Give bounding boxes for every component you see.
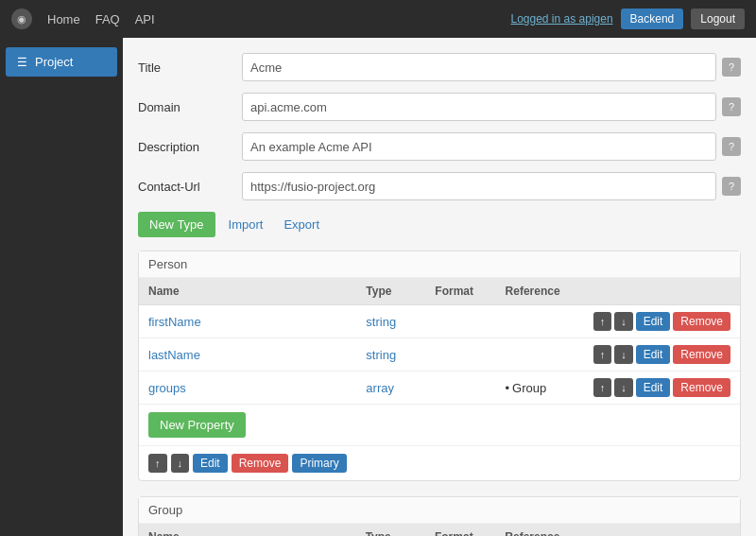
person-table: Name Type Format Reference firstName str…: [139, 278, 740, 405]
group-section-title: Group: [139, 497, 740, 524]
prop-name: firstName: [139, 305, 356, 338]
person-bottom-down[interactable]: ↓: [171, 454, 190, 473]
down-button[interactable]: ↓: [614, 312, 633, 331]
username: apigen: [579, 12, 613, 26]
action-row: New Type Import Export: [138, 212, 741, 237]
edit-button[interactable]: Edit: [636, 312, 671, 331]
contact-url-help-button[interactable]: ?: [722, 177, 741, 196]
group-table: Name Type Format Reference name string ↑…: [139, 524, 740, 536]
group-col-type: Type: [356, 524, 425, 536]
edit-button[interactable]: Edit: [636, 378, 671, 397]
description-label: Description: [138, 140, 242, 154]
sidebar-item-label: Project: [35, 55, 73, 69]
navbar-right: Logged in as apigen Backend Logout: [510, 9, 745, 29]
edit-button[interactable]: Edit: [636, 345, 671, 364]
remove-button[interactable]: Remove: [673, 312, 730, 331]
prop-type: array: [356, 372, 425, 405]
group-col-actions: [584, 524, 740, 536]
table-row: firstName string ↑ ↓ Edit Remove: [139, 305, 740, 338]
layout: ☰ Project Title ? Domain ? Description ?…: [0, 38, 756, 536]
nav-api[interactable]: API: [135, 12, 155, 26]
table-row: lastName string ↑ ↓ Edit Remove: [139, 338, 740, 372]
person-col-name: Name: [139, 278, 356, 305]
person-col-format: Format: [425, 278, 495, 305]
ref-dot: •: [506, 381, 510, 395]
prop-actions: ↑ ↓ Edit Remove: [584, 338, 740, 372]
up-button[interactable]: ↑: [593, 345, 612, 364]
prop-reference: • Group: [496, 372, 584, 405]
description-input[interactable]: [242, 132, 716, 161]
export-button[interactable]: Export: [276, 212, 327, 237]
sidebar-item-project[interactable]: ☰ Project: [6, 47, 117, 77]
prop-name: groups: [139, 372, 356, 405]
backend-button[interactable]: Backend: [621, 9, 684, 29]
form-group-domain: Domain ?: [138, 93, 741, 121]
navbar-logo: ◉: [11, 9, 32, 29]
logo-icon: ◉: [11, 9, 32, 29]
up-button[interactable]: ↑: [593, 312, 612, 331]
person-section-title: Person: [139, 251, 740, 278]
person-section: Person Name Type Format Reference firstN…: [138, 251, 741, 481]
table-row: groups array • Group ↑ ↓ Edit Remove: [139, 372, 740, 405]
logged-in-text: Logged in as apigen: [510, 12, 612, 26]
title-label: Title: [138, 61, 242, 75]
person-bottom-edit[interactable]: Edit: [193, 454, 228, 473]
nav-home[interactable]: Home: [47, 12, 80, 26]
group-col-name: Name: [139, 524, 356, 536]
navbar: ◉ Home FAQ API Logged in as apigen Backe…: [0, 0, 756, 38]
prop-format: [425, 338, 495, 372]
group-col-format: Format: [425, 524, 495, 536]
person-bottom-actions: ↑ ↓ Edit Remove Primary: [139, 445, 740, 480]
person-bottom-up[interactable]: ↑: [148, 454, 167, 473]
main-content: Title ? Domain ? Description ? Contact-U…: [123, 38, 756, 536]
group-table-header: Name Type Format Reference: [139, 524, 740, 536]
title-input[interactable]: [242, 53, 716, 81]
person-bottom-primary[interactable]: Primary: [292, 454, 346, 473]
remove-button[interactable]: Remove: [673, 378, 730, 397]
prop-reference: [496, 305, 584, 338]
contact-url-input[interactable]: [242, 172, 716, 200]
sidebar: ☰ Project: [0, 38, 123, 536]
group-section: Group Name Type Format Reference name st…: [138, 496, 741, 536]
description-help-button[interactable]: ?: [722, 137, 741, 156]
person-col-reference: Reference: [496, 278, 584, 305]
up-button[interactable]: ↑: [593, 378, 612, 397]
prop-reference: [496, 338, 584, 372]
remove-button[interactable]: Remove: [673, 345, 730, 364]
down-button[interactable]: ↓: [614, 378, 633, 397]
logout-button[interactable]: Logout: [691, 9, 745, 29]
navbar-left: ◉ Home FAQ API: [11, 9, 155, 29]
form-group-title: Title ?: [138, 53, 741, 81]
form-group-description: Description ?: [138, 132, 741, 161]
new-type-button[interactable]: New Type: [138, 212, 215, 237]
prop-actions: ↑ ↓ Edit Remove: [584, 372, 740, 405]
domain-input[interactable]: [242, 93, 716, 121]
new-property-button-person[interactable]: New Property: [148, 412, 246, 438]
title-help-button[interactable]: ?: [722, 58, 741, 77]
project-icon: ☰: [17, 56, 27, 69]
domain-help-button[interactable]: ?: [722, 97, 741, 116]
prop-actions: ↑ ↓ Edit Remove: [584, 305, 740, 338]
reference-badge: • Group: [506, 381, 575, 395]
person-bottom-remove[interactable]: Remove: [232, 454, 289, 473]
person-table-header: Name Type Format Reference: [139, 278, 740, 305]
group-col-reference: Reference: [495, 524, 583, 536]
form-group-contact-url: Contact-Url ?: [138, 172, 741, 200]
down-button[interactable]: ↓: [614, 345, 633, 364]
prop-format: [425, 372, 495, 405]
nav-faq[interactable]: FAQ: [95, 12, 120, 26]
prop-type: string: [356, 338, 425, 372]
prop-type: string: [356, 305, 425, 338]
contact-url-label: Contact-Url: [138, 180, 242, 194]
prop-name: lastName: [139, 338, 356, 372]
import-button[interactable]: Import: [221, 212, 271, 237]
person-col-type: Type: [356, 278, 425, 305]
domain-label: Domain: [138, 100, 242, 114]
person-col-actions: [584, 278, 740, 305]
prop-format: [425, 305, 495, 338]
